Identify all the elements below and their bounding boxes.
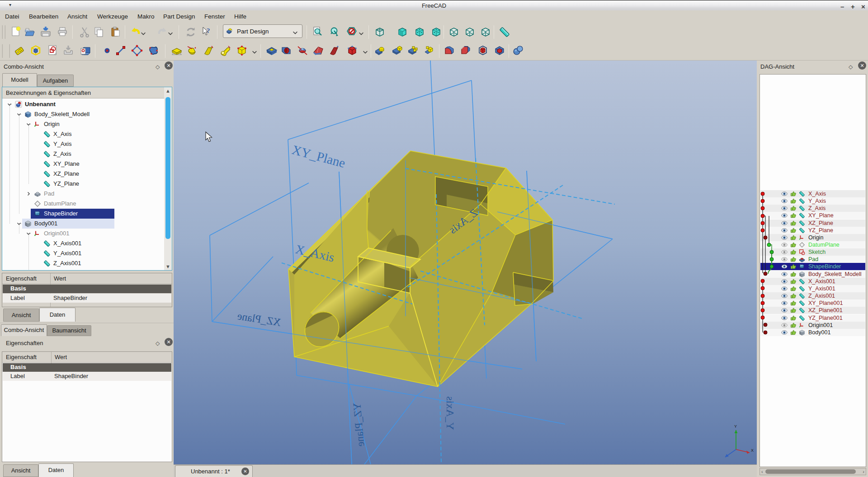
svg-text:X: X: [751, 448, 754, 453]
svg-text:Y: Y: [734, 424, 737, 429]
svg-text:Y_Axis: Y_Axis: [444, 396, 456, 430]
